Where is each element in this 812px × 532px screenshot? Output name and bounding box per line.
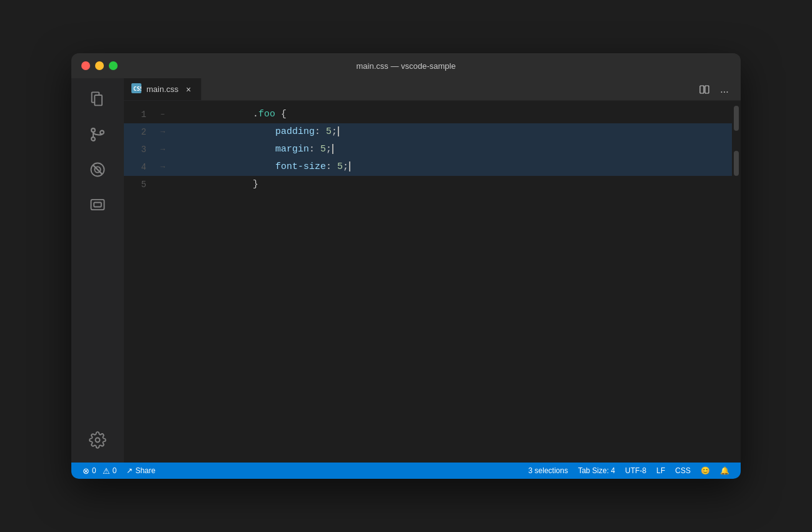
svg-point-4 — [100, 131, 104, 135]
encoding-label: UTF-8 — [625, 466, 646, 475]
traffic-lights — [81, 61, 118, 70]
tab-filename: main.css — [146, 84, 178, 94]
feedback-icon: 😊 — [701, 466, 710, 475]
svg-point-3 — [91, 128, 95, 132]
svg-rect-15 — [705, 86, 709, 93]
arrow-4: → — [156, 158, 169, 176]
more-actions-button[interactable]: ... — [716, 81, 733, 98]
language-label: CSS — [675, 466, 691, 475]
svg-text:CSS: CSS — [133, 86, 141, 92]
maximize-button[interactable] — [109, 61, 118, 70]
status-line-ending[interactable]: LF — [651, 463, 670, 479]
status-selections[interactable]: 3 selections — [524, 463, 573, 479]
sidebar-item-remote[interactable] — [81, 188, 114, 221]
status-encoding[interactable]: UTF-8 — [620, 463, 651, 479]
notifications-icon: 🔔 — [720, 466, 729, 475]
arrow-3: → — [156, 141, 169, 158]
share-label: Share — [135, 466, 155, 475]
vscode-window: main.css — vscode-sample — [71, 53, 741, 479]
code-line-5: 5 } — [124, 176, 732, 193]
svg-point-2 — [91, 137, 95, 141]
scrollbar-thumb2[interactable] — [734, 151, 739, 176]
cursor-4 — [349, 161, 350, 171]
split-editor-button[interactable] — [696, 81, 713, 98]
warning-count: 0 — [113, 466, 117, 475]
css-file-icon: CSS — [131, 83, 141, 95]
scrollbar-area[interactable] — [732, 101, 741, 463]
error-count: 0 — [92, 466, 96, 475]
tab-bar: CSS main.css × ... — [124, 78, 741, 101]
arrow-gutter-3: → — [156, 141, 169, 158]
status-tab-size[interactable]: Tab Size: 4 — [573, 463, 620, 479]
editor-area: CSS main.css × ... — [124, 78, 741, 463]
line-ending-label: LF — [656, 466, 665, 475]
tab-size-label: Tab Size: 4 — [578, 466, 615, 475]
status-bar: ⊗ 0 ⚠ 0 ↗ Share 3 selections Tab Size: 4… — [71, 463, 741, 479]
scrollbar-thumb[interactable] — [734, 106, 739, 131]
status-feedback[interactable]: 😊 — [696, 463, 715, 479]
svg-rect-9 — [91, 200, 104, 210]
line-content-5: } — [169, 158, 258, 211]
arrow-gutter-2: → — [156, 123, 169, 141]
main-area: CSS main.css × ... — [71, 78, 741, 463]
close-button[interactable] — [81, 61, 90, 70]
window-title: main.css — vscode-sample — [357, 61, 456, 71]
sidebar-item-extensions[interactable] — [81, 153, 114, 186]
activity-bar — [71, 78, 124, 463]
minimize-button[interactable] — [95, 61, 104, 70]
status-notifications[interactable]: 🔔 — [715, 463, 734, 479]
editor-content: 1 − .foo { 2 → — [124, 101, 741, 463]
code-editor[interactable]: 1 − .foo { 2 → — [124, 101, 732, 463]
fold-icon-1[interactable]: − — [158, 106, 168, 123]
status-share[interactable]: ↗ Share — [121, 463, 160, 479]
selections-label: 3 selections — [529, 466, 568, 475]
status-language[interactable]: CSS — [670, 463, 696, 479]
line-number-2: 2 — [124, 123, 156, 141]
svg-point-11 — [96, 438, 100, 442]
line-number-3: 3 — [124, 141, 156, 158]
tab-close-button[interactable]: × — [183, 84, 193, 95]
cursor-2 — [338, 126, 339, 136]
line-number-4: 4 — [124, 158, 156, 176]
tab-toolbar: ... — [696, 81, 741, 98]
svg-rect-10 — [94, 203, 101, 207]
sidebar-item-source-control[interactable] — [81, 118, 114, 151]
svg-rect-1 — [94, 95, 102, 105]
arrow-gutter-4: → — [156, 158, 169, 176]
sidebar-item-explorer[interactable] — [81, 83, 114, 116]
status-errors[interactable]: ⊗ 0 ⚠ 0 — [78, 463, 121, 479]
line-number-5: 5 — [124, 176, 156, 193]
arrow-2: → — [156, 123, 169, 141]
sidebar-item-settings[interactable] — [81, 427, 114, 460]
line-number-1: 1 — [124, 106, 156, 123]
warning-icon: ⚠ — [103, 466, 110, 476]
fold-gutter-1[interactable]: − — [156, 106, 169, 123]
share-icon: ↗ — [126, 466, 133, 475]
editor-tab-main-css[interactable]: CSS main.css × — [124, 78, 201, 100]
titlebar: main.css — vscode-sample — [71, 53, 741, 78]
svg-rect-14 — [700, 86, 704, 93]
error-icon: ⊗ — [83, 466, 89, 476]
